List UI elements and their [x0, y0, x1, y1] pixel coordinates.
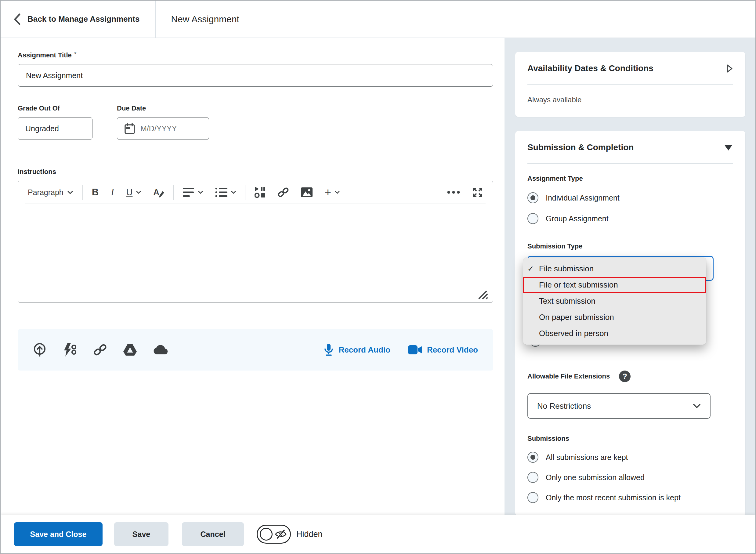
underline-icon: U: [126, 187, 132, 198]
chevron-down-icon: [693, 403, 701, 409]
back-button[interactable]: Back to Manage Assignments: [1, 1, 155, 38]
attach-link-icon: [94, 343, 107, 356]
font-color-icon: A: [153, 188, 164, 197]
list-dropdown[interactable]: [209, 181, 242, 204]
instructions-text-area[interactable]: [18, 204, 493, 302]
insert-stuff-button[interactable]: [248, 181, 272, 204]
radio-button[interactable]: [527, 213, 538, 224]
file-extensions-select[interactable]: No Restrictions: [527, 393, 710, 419]
settings-sidebar: Availability Dates & Conditions Always a…: [505, 38, 755, 515]
instructions-editor: Paragraph B I U: [18, 181, 493, 303]
instructions-label: Instructions: [18, 168, 492, 176]
chevron-down-icon: [136, 191, 141, 194]
editor-overflow-button[interactable]: [441, 181, 466, 204]
attachments-bar: Record Audio Record Video: [18, 329, 493, 371]
google-drive-button[interactable]: [123, 344, 137, 356]
top-bar: Back to Manage Assignments New Assignmen…: [1, 1, 755, 38]
quicklink-button[interactable]: [63, 343, 77, 357]
bold-button[interactable]: B: [86, 181, 105, 204]
expand-chevron-down-icon: [724, 144, 733, 151]
submissions-label: Submissions: [527, 435, 733, 443]
save-button[interactable]: Save: [114, 522, 169, 546]
radio-all-submissions-kept[interactable]: All submissions are kept: [527, 452, 733, 463]
back-chevron-icon: [13, 13, 21, 25]
align-icon: [183, 188, 194, 197]
toggle-knob: [260, 528, 273, 541]
assignment-title-label: Assignment Title*: [18, 51, 492, 59]
radio-most-recent-submission[interactable]: Only the most recent submission is kept: [527, 492, 733, 503]
calendar-icon: [124, 123, 135, 134]
menu-item-file-submission[interactable]: ✓ File submission: [523, 261, 706, 277]
grade-out-of-label: Grade Out Of: [18, 104, 93, 112]
help-icon[interactable]: ?: [619, 371, 631, 382]
chevron-down-icon: [231, 191, 236, 194]
file-upload-button[interactable]: [33, 343, 46, 357]
insert-more-dropdown[interactable]: +: [318, 181, 346, 204]
new-assignment-page: Back to Manage Assignments New Assignmen…: [0, 0, 756, 554]
align-dropdown[interactable]: [177, 181, 209, 204]
chevron-down-icon: [335, 191, 340, 194]
record-video-button[interactable]: Record Video: [408, 343, 478, 356]
page-title: New Assignment: [156, 1, 239, 38]
insert-stuff-icon: [254, 187, 266, 198]
back-label: Back to Manage Assignments: [27, 14, 139, 24]
hidden-toggle[interactable]: [257, 525, 291, 544]
availability-card-header[interactable]: Availability Dates & Conditions: [527, 63, 733, 74]
grade-out-of-button[interactable]: Ungraded: [18, 117, 93, 140]
due-date-field: Due Date M/D/YYYY: [117, 104, 209, 140]
insert-link-button[interactable]: [272, 181, 295, 204]
menu-item-observed-in-person[interactable]: Observed in person: [523, 325, 706, 342]
submission-title: Submission & Completion: [527, 142, 634, 153]
quicklink-lightning-icon: [63, 343, 77, 357]
link-icon: [278, 187, 289, 198]
fullscreen-icon: [472, 187, 483, 198]
radio-button[interactable]: [527, 192, 538, 203]
submission-card-header[interactable]: Submission & Completion: [527, 142, 733, 153]
radio-only-one-submission[interactable]: Only one submission allowed: [527, 472, 733, 483]
radio-group-assignment[interactable]: Group Assignment: [527, 213, 733, 224]
card-divider: [527, 163, 733, 164]
overflow-ellipsis-icon: [447, 191, 460, 194]
cancel-button[interactable]: Cancel: [182, 522, 244, 546]
toolbar-separator: [245, 185, 245, 200]
menu-item-text-submission[interactable]: Text submission: [523, 293, 706, 309]
underline-button[interactable]: U: [120, 181, 147, 204]
chevron-down-icon: [198, 191, 203, 194]
chevron-down-icon: [67, 190, 73, 195]
menu-item-file-or-text-submission[interactable]: File or text submission: [523, 277, 706, 293]
microphone-icon: [324, 343, 334, 356]
check-icon: ✓: [527, 261, 534, 277]
save-and-close-button[interactable]: Save and Close: [14, 522, 103, 546]
italic-button[interactable]: I: [105, 181, 120, 204]
onedrive-button[interactable]: [153, 345, 168, 355]
card-divider: [527, 84, 733, 85]
action-bar: Save and Close Save Cancel Hidden: [1, 515, 755, 553]
due-date-input[interactable]: M/D/YYYY: [117, 117, 209, 140]
insert-image-button[interactable]: [295, 181, 318, 204]
collapse-chevron-right-icon: [726, 64, 733, 73]
due-date-label: Due Date: [117, 104, 209, 112]
menu-item-on-paper-submission[interactable]: On paper submission: [523, 309, 706, 325]
resize-handle-icon[interactable]: [478, 290, 489, 299]
radio-button[interactable]: [527, 452, 538, 463]
paragraph-format-dropdown[interactable]: Paragraph: [22, 181, 79, 204]
bullet-list-icon: [215, 188, 227, 197]
image-icon: [301, 187, 312, 197]
toolbar-separator: [173, 185, 174, 200]
radio-button[interactable]: [527, 472, 538, 483]
availability-title: Availability Dates & Conditions: [527, 63, 653, 74]
submission-type-label: Submission Type: [527, 242, 733, 250]
due-date-placeholder: M/D/YYYY: [140, 124, 177, 133]
radio-individual-assignment[interactable]: Individual Assignment: [527, 192, 733, 203]
assignment-form: Assignment Title* Grade Out Of Ungraded …: [1, 38, 505, 515]
record-audio-button[interactable]: Record Audio: [324, 343, 390, 356]
hidden-toggle-label: Hidden: [296, 530, 323, 539]
eye-slash-icon: [275, 529, 287, 539]
attach-link-button[interactable]: [94, 343, 107, 356]
required-marker: *: [74, 51, 77, 57]
font-color-button[interactable]: A: [147, 181, 170, 204]
radio-button[interactable]: [527, 492, 538, 503]
assignment-title-input[interactable]: [18, 64, 493, 87]
editor-fullscreen-button[interactable]: [466, 181, 489, 204]
assignment-type-label: Assignment Type: [527, 175, 733, 182]
